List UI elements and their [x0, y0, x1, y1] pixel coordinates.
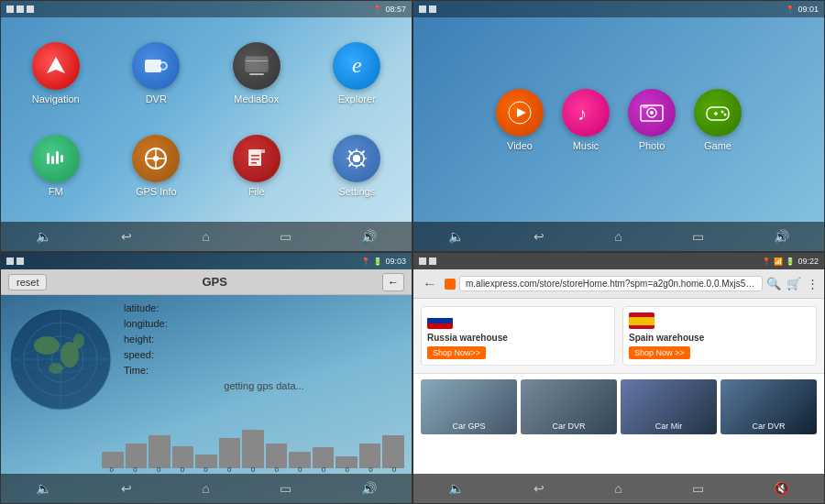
app-photo[interactable]: Photo: [628, 89, 676, 151]
gps-bar-8: [266, 444, 288, 468]
video-label: Video: [507, 140, 533, 151]
app-file[interactable]: File: [233, 135, 280, 197]
dvr-icon: [132, 42, 180, 90]
svg-rect-8: [51, 156, 54, 164]
home-btn-4[interactable]: ⌂: [607, 477, 629, 499]
back-btn[interactable]: ↩: [114, 225, 139, 247]
spain-warehouse-card: Spain warehouse Shop Now >>: [622, 306, 817, 366]
gps-bar-13: [382, 435, 404, 468]
vol-mute-btn-4[interactable]: 🔇: [766, 477, 797, 499]
svg-rect-6: [249, 73, 264, 75]
app-game[interactable]: Game: [694, 89, 742, 151]
app-dvr[interactable]: DVR: [132, 42, 180, 104]
product-car-mir[interactable]: Car Mir: [621, 379, 717, 434]
product-car-dvr[interactable]: Car DVR: [521, 379, 617, 434]
latitude-label: latitude:: [124, 302, 160, 313]
recents-btn[interactable]: ▭: [272, 225, 299, 247]
settings-label: Settings: [338, 186, 375, 197]
status-right-media: 📍 09:01: [786, 5, 819, 14]
app-gpsinfo[interactable]: GPS Info: [132, 135, 180, 197]
svg-marker-0: [47, 57, 65, 73]
app-navigation[interactable]: Navigation: [32, 42, 80, 104]
explorer-label: Explorer: [338, 93, 376, 104]
back-btn-3[interactable]: ↩: [114, 477, 139, 499]
panel-media: 📍 09:01 Video ♪ Music Photo: [412, 0, 825, 252]
search-icon[interactable]: 🔍: [766, 277, 781, 290]
app-music[interactable]: ♪ Music: [562, 89, 610, 151]
nav-label: Navigation: [32, 93, 80, 104]
wifi-icon-4: [419, 257, 426, 265]
gps-bar-6: [219, 438, 241, 468]
file-icon: [233, 135, 280, 182]
svg-point-35: [724, 113, 727, 115]
longitude-label: longitude:: [124, 318, 168, 329]
volume-down-btn[interactable]: 🔈: [28, 225, 59, 247]
recents-btn-2[interactable]: ▭: [685, 225, 711, 247]
wifi-icon-2: [419, 5, 426, 13]
svg-marker-25: [517, 108, 526, 117]
gps-reset-button[interactable]: reset: [8, 274, 47, 290]
panel-browser: 📍 📶 🔋 09:22 ← m.aliexpress.com/store/sto…: [412, 252, 825, 504]
svg-rect-10: [60, 155, 63, 162]
app-video[interactable]: Video: [496, 89, 544, 151]
signal-icon-2: [429, 5, 436, 13]
back-btn-2[interactable]: ↩: [526, 225, 552, 247]
back-btn-4[interactable]: ↩: [526, 477, 552, 499]
product-car-dvr-2[interactable]: Car DVR: [720, 379, 817, 434]
svg-rect-17: [261, 149, 265, 153]
svg-text:♪: ♪: [578, 104, 587, 124]
gps-icon-2: 📍: [786, 5, 795, 14]
explorer-icon: e: [333, 42, 380, 90]
gps-longitude-row: longitude:: [124, 318, 404, 329]
gps-bar-7: [242, 430, 264, 468]
volume-up-btn[interactable]: 🔊: [354, 225, 384, 247]
app-settings[interactable]: Settings: [333, 135, 380, 197]
warehouse-section: Russia warehouse Shop Now>> Spain wareho…: [413, 299, 824, 374]
mediabox-icon: [233, 42, 280, 90]
product-car-gps[interactable]: Car GPS: [421, 379, 517, 434]
height-label: height:: [124, 334, 154, 345]
home-btn-2[interactable]: ⌂: [607, 225, 629, 247]
vol-down-btn-2[interactable]: 🔈: [441, 225, 471, 247]
gps-status-text: getting gps data...: [124, 380, 404, 391]
browser-favicon: [445, 279, 456, 290]
recents-btn-3[interactable]: ▭: [272, 477, 299, 499]
app-explorer[interactable]: e Explorer: [333, 42, 380, 104]
settings-icon: [333, 135, 380, 182]
gps-back-button[interactable]: ←: [382, 273, 404, 291]
gps-icon-4: 📍: [762, 257, 771, 266]
wifi-icon: [6, 5, 14, 13]
signal-icon-3: [16, 257, 24, 265]
app-mediabox[interactable]: MediaBox: [233, 42, 280, 104]
browser-back-button[interactable]: ←: [419, 276, 441, 292]
time-browser: 09:22: [798, 257, 819, 266]
time-gps: 09:03: [385, 257, 406, 266]
recents-btn-4[interactable]: ▭: [685, 477, 711, 499]
browser-url-bar: ← m.aliexpress.com/store/storeHome.htm?s…: [413, 269, 824, 299]
status-right-browser: 📍 📶 🔋 09:22: [762, 257, 819, 266]
app-fm[interactable]: FM: [32, 135, 80, 197]
browser-url-field[interactable]: m.aliexpress.com/store/storeHome.htm?spm…: [459, 276, 763, 291]
russia-shop-button[interactable]: Shop Now>>: [427, 346, 486, 359]
spain-flag: [629, 312, 654, 329]
more-icon[interactable]: ⋮: [807, 277, 819, 290]
vol-up-btn-2[interactable]: 🔊: [766, 225, 797, 247]
spain-warehouse-name: Spain warehouse: [629, 333, 704, 343]
gps-speed-row: speed:: [124, 349, 404, 360]
home-btn[interactable]: ⌂: [194, 225, 216, 247]
gps-screen-title: GPS: [203, 275, 227, 289]
vol-down-btn-4[interactable]: 🔈: [441, 477, 471, 499]
product-dvr2-label: Car DVR: [752, 422, 785, 431]
vol-up-btn-3[interactable]: 🔊: [354, 477, 384, 499]
status-bar-browser: 📍 📶 🔋 09:22: [413, 253, 824, 269]
home-btn-3[interactable]: ⌂: [194, 477, 216, 499]
cart-icon[interactable]: 🛒: [786, 277, 801, 290]
product-section: Car GPS Car DVR Car Mir Car DVR: [413, 374, 824, 440]
product-gps-label: Car GPS: [452, 422, 485, 431]
spain-shop-button[interactable]: Shop Now >>: [629, 346, 690, 359]
russia-warehouse-name: Russia warehouse: [427, 333, 508, 343]
vol-down-btn-3[interactable]: 🔈: [28, 477, 59, 499]
battery-icon-3: 🔋: [373, 257, 382, 266]
photo-icon: [628, 89, 676, 137]
wifi-icon-b: 📶: [774, 257, 783, 266]
